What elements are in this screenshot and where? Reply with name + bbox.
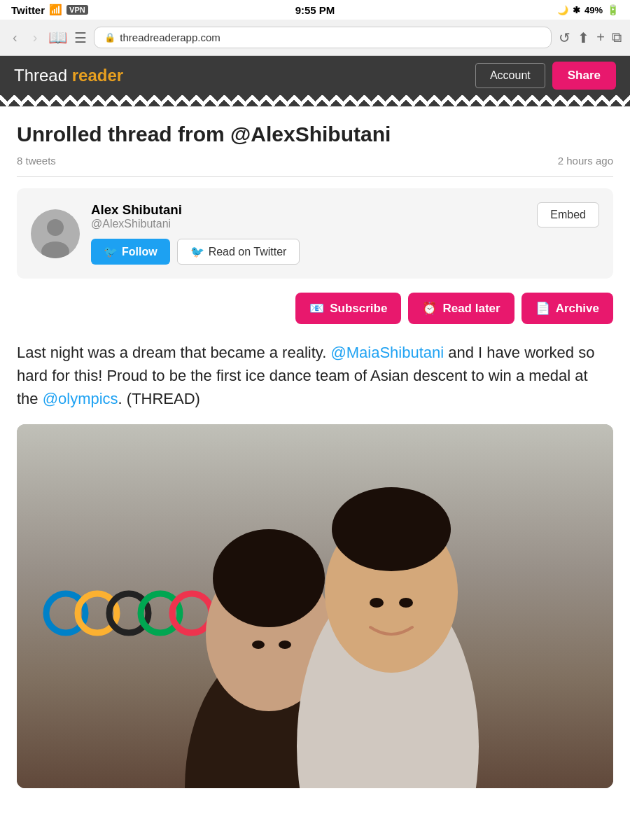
mention-olympics[interactable]: @olympics	[43, 390, 118, 407]
status-bar-time: 9:55 PM	[295, 4, 335, 16]
follow-button[interactable]: 🐦 Follow	[91, 239, 170, 265]
menu-icon[interactable]: ☰	[74, 29, 87, 46]
zigzag-border	[0, 95, 630, 106]
account-button[interactable]: Account	[475, 63, 545, 88]
status-bar-right: 🌙 ✱ 49% 🔋	[557, 4, 619, 15]
tweet-body: Last night was a dream that became a rea…	[17, 341, 613, 410]
reload-button[interactable]: ↺	[559, 29, 570, 46]
author-card: Alex Shibutani @AlexShibutani 🐦 Follow 🐦…	[17, 188, 613, 279]
wifi-icon: 📶	[49, 4, 62, 16]
bluetooth-icon: ✱	[573, 5, 580, 15]
logo-text-highlight: reader	[72, 66, 123, 85]
tweet-count: 8 tweets	[17, 155, 56, 167]
read-later-icon: ⏰	[422, 301, 437, 316]
svg-point-13	[213, 529, 325, 627]
author-name: Alex Shibutani	[91, 202, 300, 218]
twitter-bird-icon: 🐦	[104, 245, 118, 258]
archive-icon: 📄	[536, 301, 550, 316]
read-later-button[interactable]: ⏰ Read later	[408, 293, 514, 324]
time-ago: 2 hours ago	[558, 155, 613, 167]
add-tab-button[interactable]: +	[596, 29, 605, 46]
browser-chrome: ‹ › 📖 ☰ 🔒 threadreaderapp.com ↺ ⬆ + ⧉	[0, 20, 630, 56]
author-details: Alex Shibutani @AlexShibutani 🐦 Follow 🐦…	[91, 202, 300, 265]
author-handle: @AlexShibutani	[91, 218, 300, 230]
share-browser-button[interactable]: ⬆	[578, 29, 589, 46]
read-twitter-bird-icon: 🐦	[190, 245, 204, 258]
forward-button[interactable]: ›	[29, 27, 42, 48]
app-header: Thread reader Account Share	[0, 56, 630, 95]
thread-title: Unrolled thread from @AlexShibutani	[17, 120, 613, 148]
svg-point-20	[279, 640, 291, 649]
url-text: threadreaderapp.com	[120, 31, 220, 43]
mention-maia[interactable]: @MaiaShibutani	[330, 344, 444, 361]
thread-meta: 8 tweets 2 hours ago	[17, 155, 613, 177]
author-actions: 🐦 Follow 🐦 Read on Twitter	[91, 239, 300, 265]
battery-icon: 🔋	[607, 4, 619, 15]
app-logo: Thread reader	[14, 66, 123, 85]
vpn-badge: VPN	[66, 5, 88, 15]
tabs-button[interactable]: ⧉	[612, 29, 622, 46]
status-bar: Twitter 📶 VPN 9:55 PM 🌙 ✱ 49% 🔋	[0, 0, 630, 20]
moon-icon: 🌙	[557, 5, 568, 15]
action-buttons: 📧 Subscribe ⏰ Read later 📄 Archive	[17, 293, 613, 324]
svg-point-16	[332, 487, 451, 571]
persons-svg	[17, 424, 613, 788]
svg-point-17	[370, 598, 384, 608]
tweet-image	[17, 424, 613, 788]
read-on-twitter-button[interactable]: 🐦 Read on Twitter	[177, 239, 300, 265]
header-actions: Account Share	[475, 62, 616, 90]
subscribe-button[interactable]: 📧 Subscribe	[295, 293, 401, 324]
share-button[interactable]: Share	[552, 62, 616, 90]
back-button[interactable]: ‹	[8, 27, 22, 48]
author-info: Alex Shibutani @AlexShibutani 🐦 Follow 🐦…	[31, 202, 300, 265]
bookmarks-icon[interactable]: 📖	[48, 29, 67, 47]
lock-icon: 🔒	[104, 32, 115, 43]
avatar	[31, 209, 80, 258]
photo-placeholder	[17, 424, 613, 788]
logo-text-main: Thread	[14, 66, 72, 85]
svg-point-19	[252, 640, 265, 649]
embed-button[interactable]: Embed	[537, 202, 599, 227]
archive-button[interactable]: 📄 Archive	[522, 293, 613, 324]
svg-point-18	[399, 598, 413, 608]
svg-point-1	[47, 219, 64, 236]
main-content: Unrolled thread from @AlexShibutani 8 tw…	[0, 106, 630, 788]
battery-label: 49%	[584, 5, 603, 15]
status-bar-left: Twitter 📶 VPN	[11, 4, 88, 16]
address-bar[interactable]: 🔒 threadreaderapp.com	[94, 27, 552, 48]
carrier-label: Twitter	[11, 4, 45, 16]
subscribe-icon: 📧	[309, 301, 324, 316]
